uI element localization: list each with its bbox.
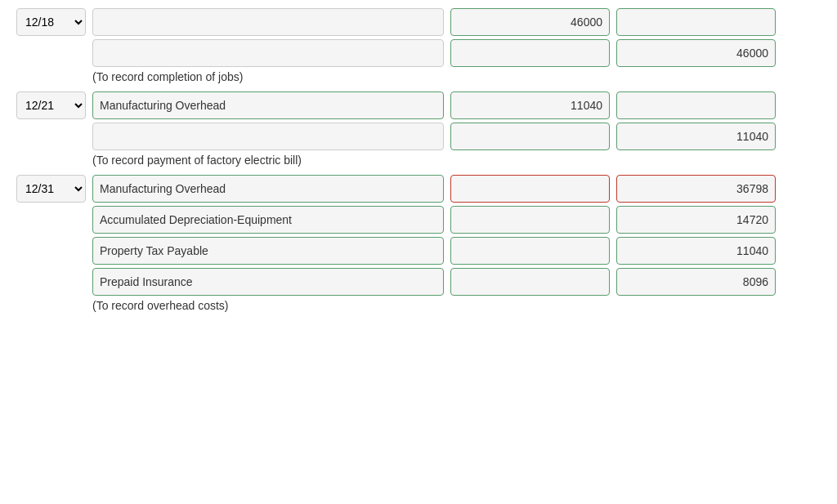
credit-input-1-1[interactable] xyxy=(616,8,776,36)
journal-row-1-2 xyxy=(92,39,821,67)
date-select-2[interactable]: 12/18 12/21 12/31 xyxy=(16,91,86,119)
date-select-1[interactable]: 12/18 12/21 12/31 xyxy=(16,8,86,36)
journal-row-3-3 xyxy=(92,237,821,265)
account-input-3-3[interactable] xyxy=(92,237,444,265)
debit-input-3-1[interactable] xyxy=(450,175,610,203)
account-input-1-1[interactable] xyxy=(92,8,444,36)
account-input-3-4[interactable] xyxy=(92,268,444,296)
note-1: (To record completion of jobs) xyxy=(92,70,821,83)
journal-row-3-1: 12/18 12/21 12/31 xyxy=(16,175,821,203)
debit-input-3-2[interactable] xyxy=(450,206,610,234)
account-input-3-1[interactable] xyxy=(92,175,444,203)
date-select-wrapper-3[interactable]: 12/18 12/21 12/31 xyxy=(16,175,86,203)
journal-section-2: 12/18 12/21 12/31 (To record payment of … xyxy=(16,91,821,167)
credit-input-2-2[interactable] xyxy=(616,123,776,150)
credit-input-3-1[interactable] xyxy=(616,175,776,203)
note-3: (To record overhead costs) xyxy=(92,299,821,312)
credit-input-3-2[interactable] xyxy=(616,206,776,234)
account-input-2-1[interactable] xyxy=(92,91,444,119)
debit-input-3-4[interactable] xyxy=(450,268,610,296)
account-input-2-2[interactable] xyxy=(92,123,444,150)
date-select-3[interactable]: 12/18 12/21 12/31 xyxy=(16,175,86,203)
account-input-3-2[interactable] xyxy=(92,206,444,234)
debit-input-1-2[interactable] xyxy=(450,39,610,67)
debit-input-2-2[interactable] xyxy=(450,123,610,150)
credit-input-3-3[interactable] xyxy=(616,237,776,265)
credit-input-2-1[interactable] xyxy=(616,91,776,119)
journal-row-1-1: 12/18 12/21 12/31 xyxy=(16,8,821,36)
debit-input-1-1[interactable] xyxy=(450,8,610,36)
credit-input-1-2[interactable] xyxy=(616,39,776,67)
journal-row-2-2 xyxy=(92,123,821,150)
account-input-1-2[interactable] xyxy=(92,39,444,67)
credit-input-3-4[interactable] xyxy=(616,268,776,296)
date-select-wrapper-1[interactable]: 12/18 12/21 12/31 xyxy=(16,8,86,36)
journal-section-3: 12/18 12/21 12/31 (To record overhead co… xyxy=(16,175,821,312)
journal-row-2-1: 12/18 12/21 12/31 xyxy=(16,91,821,119)
debit-input-2-1[interactable] xyxy=(450,91,610,119)
debit-input-3-3[interactable] xyxy=(450,237,610,265)
journal-section-1: 12/18 12/21 12/31 (To record completion … xyxy=(16,8,821,83)
note-2: (To record payment of factory electric b… xyxy=(92,154,821,167)
journal-row-3-2 xyxy=(92,206,821,234)
journal-container: 12/18 12/21 12/31 (To record completion … xyxy=(0,0,837,328)
journal-row-3-4 xyxy=(92,268,821,296)
date-select-wrapper-2[interactable]: 12/18 12/21 12/31 xyxy=(16,91,86,119)
